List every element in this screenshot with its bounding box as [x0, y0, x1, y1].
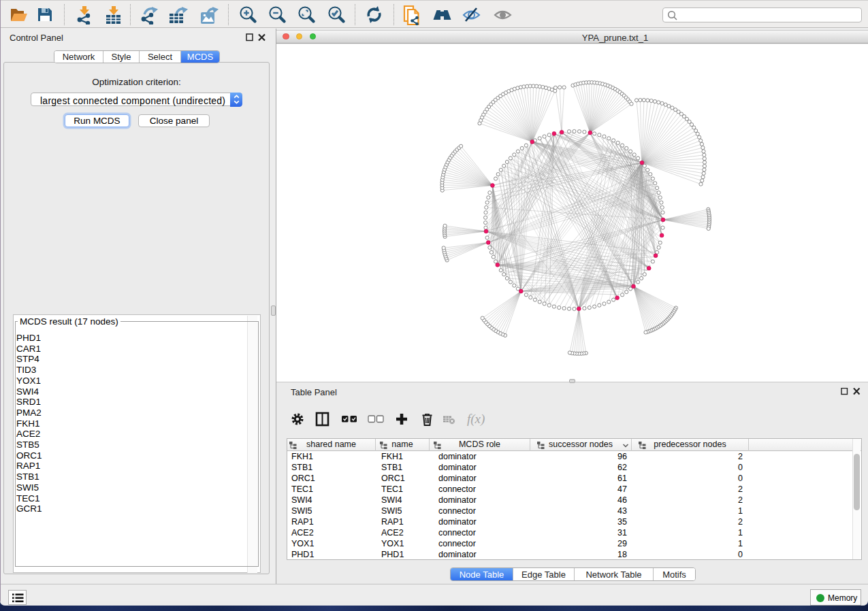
svg-text:f(x): f(x) [467, 412, 485, 427]
